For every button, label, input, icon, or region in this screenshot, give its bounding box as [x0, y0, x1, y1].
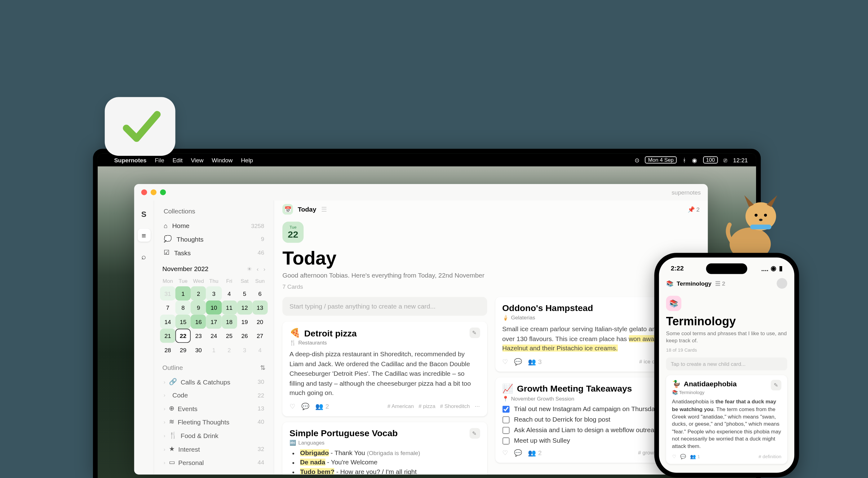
menu-help[interactable]: Help	[241, 157, 253, 163]
people-icon[interactable]: 👥 1	[690, 453, 700, 459]
breadcrumb-label[interactable]: Today	[298, 206, 316, 213]
edit-icon[interactable]: ✎	[771, 380, 781, 390]
filter-icon[interactable]: ☰	[321, 205, 327, 213]
sidebar-item[interactable]: ☑Tasks46	[160, 246, 268, 259]
calendar-day[interactable]: 1	[206, 343, 222, 357]
phone-create-input[interactable]: Tap to create a new child card...	[666, 358, 787, 371]
calendar-brightness-icon[interactable]: ☀	[247, 266, 252, 272]
filter-icon[interactable]: ☰ 2	[715, 280, 725, 286]
comment-icon[interactable]: 💬	[301, 402, 310, 410]
calendar-day[interactable]: 2	[222, 343, 237, 357]
calendar-day[interactable]: 5	[237, 286, 252, 301]
outline-item[interactable]: ›▭Personal44	[160, 456, 268, 469]
comment-icon[interactable]: 💬	[680, 453, 686, 459]
tag[interactable]: # pizza	[418, 403, 435, 409]
edit-icon[interactable]: ✎	[469, 428, 480, 438]
calendar-day[interactable]: 22	[176, 329, 191, 343]
calendar-day[interactable]: 15	[176, 314, 191, 329]
search-icon[interactable]: ⌕	[137, 250, 150, 263]
task-checkbox[interactable]	[502, 416, 509, 423]
calendar-day[interactable]: 13	[252, 301, 268, 315]
pin-count[interactable]: 📌2	[688, 206, 700, 212]
calendar-day[interactable]: 31	[160, 286, 176, 301]
phone-header-title[interactable]: Terminology	[677, 280, 711, 286]
calendar-day[interactable]: 4	[222, 286, 237, 301]
wifi-icon[interactable]: ◉	[692, 157, 697, 163]
outline-item[interactable]: ›🍴Food & Drink	[160, 429, 268, 442]
more-icon[interactable]: ⋯	[475, 403, 480, 409]
calendar-day[interactable]: 26	[237, 329, 252, 343]
comment-icon[interactable]: 💬	[514, 449, 522, 457]
calendar-day[interactable]: 10	[206, 301, 222, 315]
rail-list-icon[interactable]: ≡	[137, 229, 150, 242]
calendar-day[interactable]: 3	[206, 286, 222, 301]
sidebar-item[interactable]: 💭Thoughts9	[160, 232, 268, 246]
titlebar[interactable]: supernotes	[134, 184, 708, 200]
menu-file[interactable]: File	[155, 157, 164, 163]
calendar-day[interactable]: 14	[160, 314, 176, 329]
tag[interactable]: # definition	[758, 453, 781, 459]
calendar-day[interactable]: 24	[206, 329, 222, 343]
calendar-day[interactable]: 11	[222, 301, 237, 315]
card-detroit-pizza[interactable]: ✎ 🍕Detroit pizza 🍴Restaurants A deep-dis…	[282, 321, 487, 416]
calendar-day[interactable]: 12	[237, 301, 252, 315]
comment-icon[interactable]: 💬	[514, 358, 522, 366]
edit-icon[interactable]: ✎	[469, 328, 480, 338]
calendar-day[interactable]: 4	[252, 343, 268, 357]
calendar-day[interactable]: 9	[191, 301, 206, 315]
calendar-day[interactable]: 28	[160, 343, 176, 357]
outline-item[interactable]: ›★Interest32	[160, 442, 268, 456]
calendar-day[interactable]: 27	[252, 329, 268, 343]
calendar-day[interactable]: 21	[160, 329, 176, 343]
menubar-date[interactable]: Mon 4 Sep	[645, 157, 677, 164]
outline-item[interactable]: ›⊕Events13	[160, 402, 268, 415]
tag[interactable]: # Shoreditch	[440, 403, 470, 409]
menubar-time[interactable]: 12:21	[733, 157, 748, 163]
heart-icon[interactable]: ♡	[502, 358, 508, 366]
calendar-day[interactable]: 7	[160, 301, 176, 315]
breadcrumb-calendar-icon[interactable]: 📅	[282, 204, 293, 215]
calendar-day[interactable]: 30	[191, 343, 206, 357]
phone-book-icon[interactable]: 📚	[666, 280, 673, 286]
people-icon[interactable]: 👥 2	[528, 449, 541, 457]
outline-item[interactable]: ›≋Fleeting Thoughts40	[160, 415, 268, 429]
sidebar-item[interactable]: ⌂Home3258	[160, 219, 268, 232]
heart-icon[interactable]: ♡	[289, 402, 296, 410]
calendar-day[interactable]: 3	[237, 343, 252, 357]
calendar-day[interactable]: 1	[176, 286, 191, 301]
minimize-button[interactable]	[151, 189, 157, 195]
menu-window[interactable]: Window	[212, 157, 233, 163]
calendar-day[interactable]: 8	[176, 301, 191, 315]
calendar-day[interactable]: 19	[237, 314, 252, 329]
phone-card-anatidaephobia[interactable]: ✎ 🦆Anatidaephobia 📚 Terminology Anatidae…	[666, 375, 787, 464]
calendar-day[interactable]: 6	[252, 286, 268, 301]
menubar-app[interactable]: Supernotes	[114, 157, 146, 163]
control-center-icon[interactable]: ⎚	[723, 157, 727, 163]
people-icon[interactable]: 👥 2	[315, 402, 329, 410]
tag[interactable]: # American	[388, 403, 414, 409]
close-button[interactable]	[142, 189, 147, 195]
menu-edit[interactable]: Edit	[173, 157, 183, 163]
menu-clock-icon[interactable]: ⊙	[634, 157, 639, 163]
people-icon[interactable]: 👥 3	[528, 358, 541, 366]
card-portuguese-vocab[interactable]: ✎ Simple Portuguese Vocab 🔤Languages Obr…	[282, 422, 487, 475]
heart-icon[interactable]: ♡	[502, 449, 508, 457]
calendar-day[interactable]: 2	[191, 286, 206, 301]
rail-logo-icon[interactable]: S	[137, 208, 150, 220]
calendar-prev-icon[interactable]: ‹	[257, 266, 258, 272]
calendar-day[interactable]: 25	[222, 329, 237, 343]
outline-sort-icon[interactable]: ⇅	[260, 364, 266, 372]
maximize-button[interactable]	[160, 189, 166, 195]
heart-icon[interactable]: ♡	[672, 453, 676, 459]
calendar-day[interactable]: 29	[176, 343, 191, 357]
outline-item[interactable]: ›Code22	[160, 389, 268, 402]
calendar-day[interactable]: 23	[191, 329, 206, 343]
task-checkbox[interactable]	[502, 426, 509, 434]
calendar-next-icon[interactable]: ›	[264, 266, 266, 272]
create-card-input[interactable]: Start typing / paste anything to create …	[282, 297, 487, 316]
task-checkbox[interactable]	[502, 437, 509, 444]
calendar-day[interactable]: 20	[252, 314, 268, 329]
avatar[interactable]	[777, 278, 787, 289]
outline-item[interactable]: ›🔗Calls & Catchups30	[160, 375, 268, 389]
calendar-day[interactable]: 16	[191, 314, 206, 329]
